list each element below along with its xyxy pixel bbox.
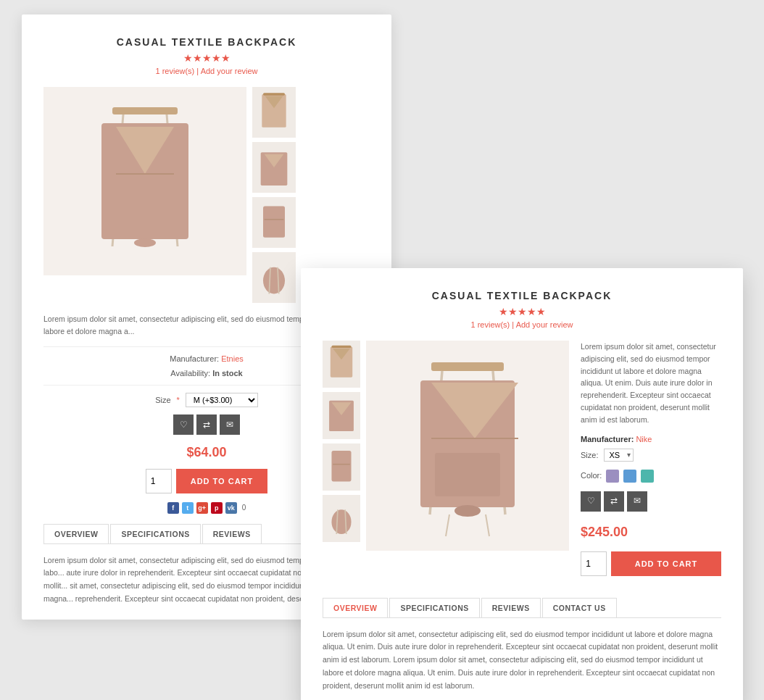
back-tab-reviews[interactable]: REVIEWS bbox=[202, 524, 262, 543]
back-wishlist-button[interactable]: ♡ bbox=[173, 414, 194, 435]
front-color-swatch-blue[interactable] bbox=[623, 470, 636, 483]
front-size-row: Size: XS bbox=[581, 449, 721, 462]
front-left-area bbox=[323, 341, 569, 585]
front-color-swatch-teal[interactable] bbox=[641, 470, 654, 483]
front-thumb-1[interactable] bbox=[323, 341, 360, 388]
back-product-title: CASUAL TEXTILE BACKPACK bbox=[43, 36, 370, 48]
facebook-icon[interactable]: f bbox=[167, 502, 179, 514]
twitter-icon[interactable]: t bbox=[182, 502, 194, 514]
back-tab-specifications[interactable]: SPECIFICATIONS bbox=[110, 524, 200, 543]
back-size-select[interactable]: M (+$3.00) bbox=[186, 393, 258, 407]
back-thumb-4[interactable] bbox=[252, 252, 296, 303]
front-product-card: CASUAL TEXTILE BACKPACK ★★★★★ 1 review(s… bbox=[301, 268, 743, 700]
back-manufacturer-link[interactable]: Etnies bbox=[221, 354, 244, 363]
back-quantity-input[interactable] bbox=[146, 469, 172, 493]
svg-rect-33 bbox=[435, 453, 500, 496]
svg-rect-19 bbox=[331, 346, 351, 348]
back-availability-value: In stock bbox=[212, 369, 243, 378]
front-info-area: Lorem ipsum dolor sit amet, consectetur … bbox=[581, 341, 721, 585]
google-plus-icon[interactable]: g+ bbox=[196, 502, 208, 514]
front-thumbnail-column bbox=[323, 341, 360, 585]
front-size-label: Size: bbox=[581, 449, 598, 462]
back-main-image bbox=[43, 87, 246, 275]
front-tab-overview[interactable]: OVERVIEW bbox=[323, 598, 388, 617]
front-description: Lorem ipsum dolor sit amet, consectetur … bbox=[581, 341, 721, 426]
pinterest-icon[interactable]: p bbox=[211, 502, 223, 514]
svg-rect-22 bbox=[331, 451, 351, 481]
svg-point-14 bbox=[263, 267, 285, 294]
front-tab-contact-us[interactable]: CONTACT US bbox=[542, 598, 617, 617]
front-wishlist-button[interactable]: ♡ bbox=[581, 491, 601, 512]
svg-point-6 bbox=[134, 238, 156, 247]
front-color-row: Color: bbox=[581, 470, 721, 483]
front-tab-specifications[interactable]: SPECIFICATIONS bbox=[389, 598, 479, 617]
front-stars: ★★★★★ bbox=[323, 306, 721, 317]
svg-rect-9 bbox=[263, 93, 285, 95]
front-add-to-cart-row: ADD TO CART bbox=[581, 551, 721, 576]
front-size-select[interactable]: XS bbox=[604, 449, 634, 462]
back-thumb-2[interactable] bbox=[252, 142, 296, 193]
front-review-link[interactable]: 1 review(s) | Add your review bbox=[323, 320, 721, 329]
vk-icon[interactable]: vk bbox=[225, 502, 237, 514]
svg-rect-0 bbox=[112, 107, 178, 114]
back-thumb-1[interactable] bbox=[252, 87, 296, 138]
front-email-button[interactable]: ✉ bbox=[627, 491, 647, 512]
front-manufacturer-link[interactable]: Nike bbox=[636, 435, 652, 443]
front-manufacturer: Manufacturer: Nike bbox=[581, 433, 721, 446]
front-tabs: OVERVIEW SPECIFICATIONS REVIEWS CONTACT … bbox=[323, 598, 721, 618]
front-action-icons: ♡ ⇄ ✉ bbox=[581, 491, 721, 512]
svg-line-35 bbox=[446, 514, 449, 536]
back-thumb-3[interactable] bbox=[252, 197, 296, 248]
back-email-button[interactable]: ✉ bbox=[220, 414, 240, 435]
front-product-area: Lorem ipsum dolor sit amet, consectetur … bbox=[323, 341, 721, 585]
front-thumb-3[interactable] bbox=[323, 443, 360, 491]
front-color-swatch-purple[interactable] bbox=[606, 470, 619, 483]
back-compare-button[interactable]: ⇄ bbox=[196, 414, 217, 435]
svg-rect-27 bbox=[431, 362, 504, 371]
front-quantity-input[interactable] bbox=[581, 551, 607, 576]
front-add-to-cart-button[interactable]: ADD TO CART bbox=[611, 551, 721, 576]
front-tab-content: Lorem ipsum dolor sit amet, consectetur … bbox=[323, 628, 721, 693]
front-color-label: Color: bbox=[581, 470, 602, 483]
svg-point-34 bbox=[454, 505, 481, 517]
front-tab-reviews[interactable]: REVIEWS bbox=[481, 598, 541, 617]
back-thumbnail-column bbox=[252, 87, 296, 303]
front-main-image bbox=[366, 341, 569, 551]
back-review-link[interactable]: 1 review(s) | Add your review bbox=[43, 67, 370, 75]
svg-rect-12 bbox=[263, 207, 285, 238]
back-tab-overview[interactable]: OVERVIEW bbox=[43, 524, 109, 543]
svg-line-36 bbox=[486, 514, 489, 536]
front-compare-button[interactable]: ⇄ bbox=[604, 491, 624, 512]
front-price: $245.00 bbox=[581, 522, 721, 543]
back-stars: ★★★★★ bbox=[43, 52, 370, 64]
back-size-required: * bbox=[177, 396, 180, 404]
front-product-title: CASUAL TEXTILE BACKPACK bbox=[323, 290, 721, 301]
front-thumb-4[interactable] bbox=[323, 495, 360, 542]
front-thumb-2[interactable] bbox=[323, 392, 360, 439]
back-size-label: Size bbox=[155, 396, 170, 404]
share-count: 0 bbox=[242, 504, 246, 512]
front-size-select-wrapper: XS bbox=[604, 449, 634, 462]
svg-point-24 bbox=[331, 509, 351, 534]
back-add-to-cart-button[interactable]: ADD TO CART bbox=[176, 469, 268, 493]
